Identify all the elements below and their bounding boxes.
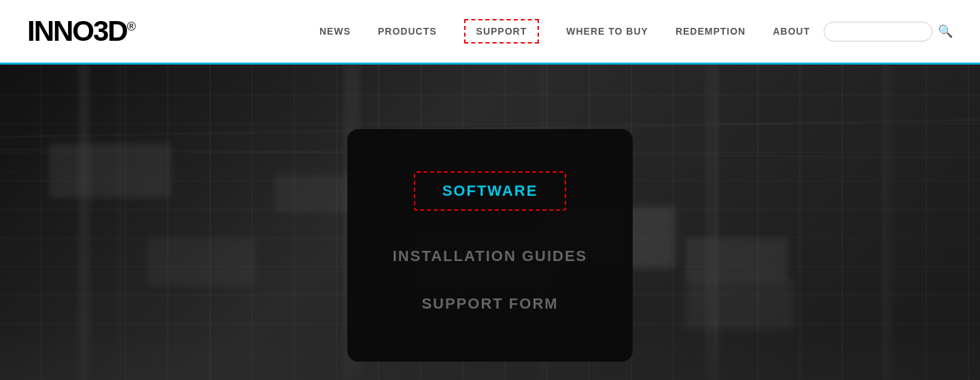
installation-guides-label: INSTALLATION GUIDES (393, 247, 588, 264)
logo[interactable]: INNO3D® (27, 15, 135, 48)
software-label: SOFTWARE (442, 182, 538, 199)
nav-item-support[interactable]: SUPPORT (464, 19, 540, 44)
software-box: SOFTWARE (414, 171, 567, 211)
search-icon: 🔍 (938, 24, 953, 38)
support-form-label: SUPPORT FORM (421, 295, 558, 312)
logo-text: INNO3D (27, 15, 127, 47)
dropdown-item-support-form[interactable]: SUPPORT FORM (347, 280, 633, 328)
logo-symbol: ® (127, 20, 135, 33)
support-dropdown: SOFTWARE INSTALLATION GUIDES SUPPORT FOR… (347, 129, 633, 362)
dropdown-item-installation-guides[interactable]: INSTALLATION GUIDES (347, 232, 633, 280)
nav-link-support[interactable]: SUPPORT (464, 19, 540, 44)
search-input[interactable] (824, 22, 932, 41)
nav-link-about[interactable]: ABOUT (773, 26, 810, 37)
search-button[interactable]: 🔍 (938, 24, 953, 39)
nav-link-where-to-buy[interactable]: WHERE TO BUY (566, 26, 648, 37)
nav-links: NEWS PRODUCTS SUPPORT WHERE TO BUY REDEM… (319, 19, 810, 44)
hero-section: SOFTWARE INSTALLATION GUIDES SUPPORT FOR… (0, 65, 980, 380)
nav-link-news[interactable]: NEWS (319, 26, 351, 37)
nav-link-products[interactable]: PRODUCTS (378, 26, 437, 37)
search-area: 🔍 (824, 22, 953, 41)
nav-item-products[interactable]: PRODUCTS (378, 25, 437, 37)
nav-item-redemption[interactable]: REDEMPTION (676, 25, 746, 37)
nav-link-redemption[interactable]: REDEMPTION (676, 26, 746, 37)
nav-item-where-to-buy[interactable]: WHERE TO BUY (566, 25, 648, 37)
nav-item-about[interactable]: ABOUT (773, 25, 810, 37)
nav-item-news[interactable]: NEWS (319, 25, 351, 37)
dropdown-item-software[interactable]: SOFTWARE (347, 156, 633, 226)
navbar: INNO3D® NEWS PRODUCTS SUPPORT WHERE TO B… (0, 0, 980, 65)
